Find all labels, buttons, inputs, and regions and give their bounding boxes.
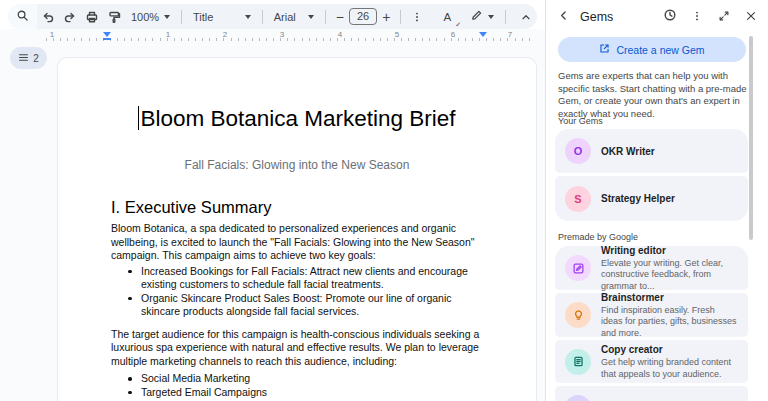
bullet-dot: [128, 377, 132, 381]
gem-title: Brainstormer: [601, 291, 738, 304]
pencil-icon: [470, 9, 483, 24]
list-item[interactable]: Social Media Marketing: [111, 372, 480, 386]
copy-document-icon: [565, 349, 591, 375]
premade-by-google-label: Premade by Google: [558, 232, 638, 242]
gem-description: Get help writing branded content that ap…: [601, 357, 738, 380]
panel-header-icons: [661, 8, 760, 26]
doc-heading[interactable]: I. Executive Summary: [111, 197, 480, 217]
editing-mode-select[interactable]: [464, 7, 500, 27]
gem-item-okr-writer[interactable]: O OKR Writer: [555, 129, 748, 173]
expand-panel-button[interactable]: [715, 8, 733, 26]
writing-editor-icon: [565, 255, 591, 281]
close-icon: [745, 8, 757, 26]
toolbar-divider: [325, 10, 326, 24]
print-icon: [85, 10, 99, 24]
print-button[interactable]: [81, 7, 103, 27]
paragraph-styles-select[interactable]: Title: [187, 7, 257, 27]
ruler-number: 5: [395, 30, 399, 39]
tabs-count-badge: 2: [33, 53, 39, 64]
doc-paragraph[interactable]: The target audience for this campaign is…: [111, 328, 480, 369]
chevron-up-icon: [520, 11, 532, 23]
ruler-number: 4: [338, 30, 342, 39]
panel-scrollbar[interactable]: [749, 36, 753, 240]
gem-title: Copy creator: [601, 343, 738, 356]
gem-description: Elevate your writing. Get clear, constru…: [601, 258, 738, 293]
toolbar-divider: [400, 10, 401, 24]
gem-avatar: S: [565, 186, 591, 212]
increase-font-size-button[interactable]: +: [377, 9, 395, 25]
redo-button[interactable]: [59, 7, 81, 27]
history-button[interactable]: [661, 8, 679, 26]
doc-title-text: Bloom Botanica Marketing Brief: [140, 106, 455, 131]
document-page[interactable]: Bloom Botanica Marketing Brief Fall Faci…: [57, 57, 537, 401]
doc-bullet-list[interactable]: Increased Bookings for Fall Facials: Att…: [111, 265, 480, 319]
history-icon: [663, 8, 677, 26]
gem-item-copy-creator[interactable]: Copy creator Get help writing branded co…: [555, 340, 748, 383]
chevron-down-icon: [308, 15, 314, 19]
doc-title[interactable]: Bloom Botanica Marketing Brief: [58, 105, 536, 133]
paint-roller-icon: [107, 10, 121, 24]
list-item-text: Organic Skincare Product Sales Boost: Pr…: [141, 292, 480, 319]
expand-icon: [718, 8, 730, 26]
close-panel-button[interactable]: [742, 8, 760, 26]
decrease-font-size-button[interactable]: −: [331, 9, 349, 25]
gems-side-panel: Gems: [545, 0, 768, 401]
list-item[interactable]: Increased Bookings for Fall Facials: Att…: [111, 265, 480, 292]
document-tabs-button[interactable]: 2: [10, 47, 47, 69]
left-indent-marker[interactable]: [103, 32, 111, 37]
font-select[interactable]: Arial: [268, 7, 320, 27]
list-item[interactable]: Targeted Email Campaigns: [111, 386, 480, 400]
gem-title: OKR Writer: [601, 145, 655, 158]
gem-item-brainstormer[interactable]: Brainstormer Find inspiration easily. Fr…: [555, 293, 748, 337]
search-icon: [16, 9, 29, 24]
toolbar-divider: [262, 10, 263, 24]
gem-title: Strategy Helper: [601, 192, 675, 205]
toolbar-divider: [505, 10, 506, 24]
search-button[interactable]: [8, 4, 37, 29]
back-button[interactable]: [554, 8, 572, 26]
doc-paragraph[interactable]: Bloom Botanica, a spa dedicated to perso…: [111, 222, 480, 263]
zoom-value: 100%: [131, 11, 159, 23]
left-margin-marker[interactable]: [103, 38, 111, 40]
chevron-down-icon: [488, 15, 494, 19]
create-new-gem-button[interactable]: Create a new Gem: [558, 37, 746, 62]
list-item[interactable]: Organic Skincare Product Sales Boost: Pr…: [111, 292, 480, 319]
redo-icon: [63, 10, 77, 24]
zoom-select[interactable]: 100%: [125, 7, 176, 27]
paint-format-button[interactable]: [103, 7, 125, 27]
vertical-dots-icon: [691, 8, 703, 26]
ruler-number: 1: [50, 30, 54, 39]
open-in-new-icon: [599, 43, 610, 56]
ruler-ticks: [46, 38, 535, 41]
gem-item-sales-pitch-ideator[interactable]: Sales pitch ideator: [555, 386, 748, 401]
chevron-down-icon: [164, 15, 170, 19]
gem-description: Find inspiration easily. Fresh ideas for…: [601, 305, 738, 340]
doc-subtitle[interactable]: Fall Facials: Glowing into the New Seaso…: [58, 158, 536, 172]
list-item-text: Social Media Marketing: [141, 372, 250, 386]
font-size-input[interactable]: 26: [349, 8, 377, 25]
ruler-number: 6: [451, 30, 455, 39]
right-indent-marker[interactable]: [479, 32, 487, 37]
ruler-number: 2: [223, 30, 227, 39]
doc-bullet-list[interactable]: Social Media Marketing Targeted Email Ca…: [111, 372, 480, 401]
ruler-number: 7: [508, 30, 512, 39]
bullet-dot: [128, 270, 132, 274]
vertical-dots-icon: [411, 11, 423, 23]
panel-more-options-button[interactable]: [688, 8, 706, 26]
panel-title: Gems: [580, 10, 613, 24]
spellcheck-icon: A✓: [443, 11, 451, 23]
spelling-grammar-check-button[interactable]: A✓: [436, 7, 458, 27]
more-options-button[interactable]: [406, 7, 428, 27]
hide-menus-button[interactable]: [515, 7, 537, 27]
bullet-dot: [128, 297, 132, 301]
undo-button[interactable]: [37, 7, 59, 27]
gem-item-writing-editor[interactable]: Writing editor Elevate your writing. Get…: [555, 246, 748, 290]
chevron-left-icon: [557, 8, 570, 26]
app-window: 100% Title Arial − 26 +: [0, 0, 768, 401]
docs-editor-region: 100% Title Arial − 26 +: [0, 0, 545, 401]
your-gems-label: Your Gems: [558, 116, 603, 126]
sales-pitch-icon: [565, 395, 591, 401]
horizontal-ruler[interactable]: 1 1 2 3 4 5 6 7: [0, 30, 545, 42]
undo-icon: [41, 10, 55, 24]
gem-item-strategy-helper[interactable]: S Strategy Helper: [555, 176, 748, 221]
